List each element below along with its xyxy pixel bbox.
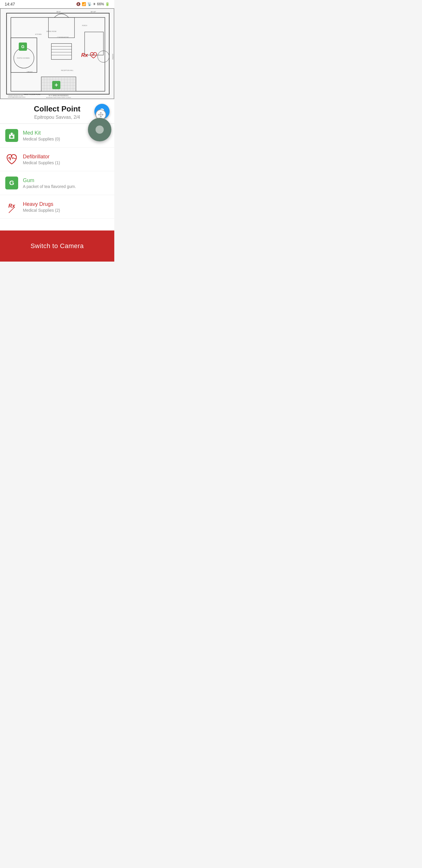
svg-text:AUVERGNE PLACE   RIVER FOREST,: AUVERGNE PLACE RIVER FOREST, ILLINOIS [46,97,71,98]
list-item[interactable]: Defibrillator Medical Supplies (1) [0,148,114,171]
airplane-icon: ✈ [93,2,96,6]
green-box-icon [5,129,18,142]
svg-rect-50 [10,136,13,137]
svg-text:LIBRARY: LIBRARY [27,71,33,73]
svg-text:FIRST FLOOR PLAN: FIRST FLOOR PLAN [24,94,40,95]
switch-to-camera-button[interactable]: Switch to Camera [0,230,114,261]
wifi-icon: 📶 [82,2,86,6]
gum-desc: A packet of tea flavored gum. [23,184,109,189]
defibrillator-name: Defibrillator [23,154,109,160]
status-time: 14:47 [5,2,15,6]
svg-text:CHICAGO PROJECT B 1964: CHICAGO PROJECT B 1964 [8,95,23,96]
svg-text:33'-0": 33'-0" [56,11,61,12]
record-inner [96,125,104,134]
items-list: Med Kit Medical Supplies (0) Defibrillat… [0,124,114,219]
defibrillator-desc: Medical Supplies (1) [23,160,109,165]
map-container: 33'-0" 32'-10" PORTE COCHERE PORCH PANTR… [0,8,114,99]
status-bar: 14:47 🔇 📶 📡 ✈ 66% 🔋 [0,0,114,8]
marker-plus[interactable]: + [52,81,60,89]
svg-text:32'-10": 32'-10" [91,11,96,12]
collect-point-title: Collect Point [5,104,109,114]
svg-text:PANTRY: PANTRY [112,53,114,59]
record-button[interactable] [88,118,111,141]
svg-text:PORCH: PORCH [82,25,87,26]
heavy-drugs-text: Heavy Drugs Medical Supplies (2) [23,201,109,213]
gum-text: Gum A packet of tea flavored gum. [23,178,109,189]
svg-text:HISTORIC AMERICAN BUILDINGS SU: HISTORIC AMERICAN BUILDINGS SURVEY [8,97,26,98]
heavy-drugs-icon: Rx [5,200,19,214]
list-item[interactable]: Rx Heavy Drugs Medical Supplies (2) [0,195,114,219]
list-item[interactable]: G Gum A packet of tea flavored gum. [0,171,114,195]
svg-text:PORTE COCHERE: PORTE COCHERE [17,58,30,59]
defibrillator-icon [5,152,19,166]
svg-text:W. H. WINSLOW RESIDENCE: W. H. WINSLOW RESIDENCE [48,95,69,96]
gum-green-box: G [5,177,18,189]
spacer [0,219,114,230]
svg-text:KITCHEN: KITCHEN [35,34,42,35]
gum-icon: G [5,176,19,190]
marker-rx[interactable]: Rx [81,52,88,58]
mute-icon: 🔇 [76,2,80,6]
heavy-drugs-desc: Medical Supplies (2) [23,208,109,213]
gum-name: Gum [23,178,109,184]
svg-text:RECEPTION HALL: RECEPTION HALL [61,70,73,71]
blueprint: 33'-0" 32'-10" PORTE COCHERE PORCH PANTR… [1,9,114,98]
battery-icon: 🔋 [105,2,109,6]
list-item[interactable]: Med Kit Medical Supplies (0) [0,124,114,148]
marker-heart[interactable] [90,52,97,60]
battery-text: 66% [97,2,104,6]
svg-text:CONSERVATORY: CONSERVATORY [57,37,69,38]
status-icons: 🔇 📶 📡 ✈ 66% 🔋 [76,2,109,6]
svg-text:DINING ROOM: DINING ROOM [46,31,56,32]
marker-g[interactable]: G [19,42,27,51]
med-kit-icon [5,128,19,143]
defibrillator-text: Defibrillator Medical Supplies (1) [23,154,109,165]
heavy-drugs-name: Heavy Drugs [23,201,109,207]
signal-icon: 📡 [87,2,92,6]
